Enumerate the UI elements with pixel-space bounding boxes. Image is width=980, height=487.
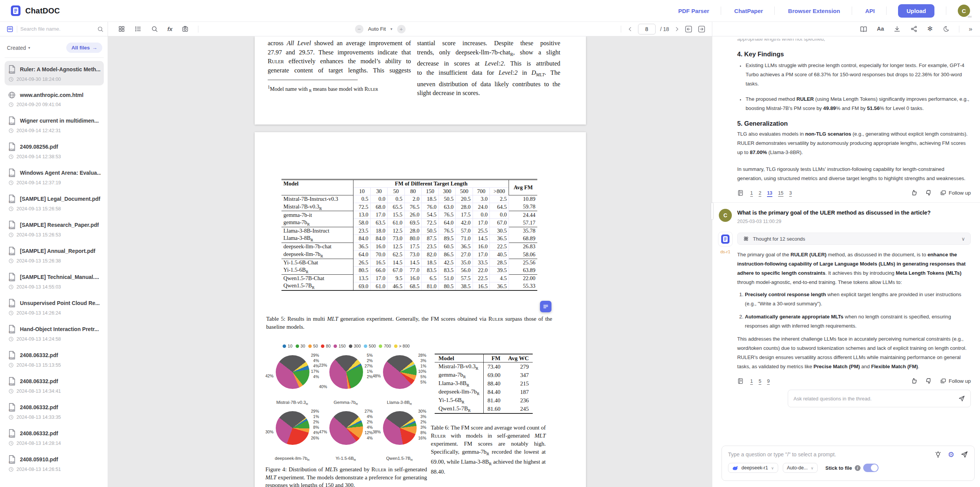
collapse-panel-icon[interactable]: » — [969, 26, 972, 32]
upload-button[interactable]: Upload — [898, 4, 934, 18]
nav-link[interactable]: API — [854, 8, 886, 14]
pie-chart: 30% 29%1%2%8%4%26% deepseek-llm-7bR — [265, 407, 319, 462]
list-item[interactable]: PDF 2408.06332.pdf 2024-08-13 14:28:14 — [5, 425, 104, 449]
list-item[interactable]: PDF 2408.05910.pdf 2024-08-13 14:26:51 — [5, 451, 104, 476]
zoom-out-button[interactable]: − — [355, 25, 363, 33]
fit-mode-label[interactable]: Auto Fit — [368, 26, 386, 32]
send-icon[interactable] — [958, 395, 965, 402]
page-citation[interactable]: 3 — [789, 190, 792, 196]
list-item[interactable]: PDF 2408.06332.pdf 2024-08-13 14:34:41 — [5, 373, 104, 397]
list-item[interactable]: PDF Wigner current in multidimen... 2024… — [5, 112, 104, 137]
list-item[interactable]: PDF [SAMPLE] Legal_Document.pdf 2024-09-… — [5, 190, 104, 215]
history-back-icon[interactable] — [684, 25, 693, 33]
gear-icon[interactable]: ⚙ — [948, 451, 954, 458]
formula-icon[interactable]: fx — [167, 26, 172, 32]
zoom-in-button[interactable]: + — [397, 25, 406, 33]
summary-book-icon[interactable] — [860, 25, 867, 33]
pie-label: 12% — [365, 430, 373, 435]
download-icon[interactable] — [893, 25, 901, 33]
all-files-button[interactable]: All files→ — [66, 43, 102, 53]
panel-resize-handle[interactable] — [711, 202, 713, 220]
nav-link[interactable]: ChatPaper — [723, 8, 774, 14]
openai-icon[interactable]: ✻ — [927, 26, 933, 32]
question-input[interactable] — [728, 451, 928, 457]
file-date: 2024-09-20 09:41:04 — [16, 102, 61, 107]
svg-text:PDF: PDF — [9, 148, 15, 151]
page-citation[interactable]: 9 — [767, 379, 770, 384]
list-item[interactable]: PDF Unsupervised Point Cloud Re... 2024-… — [5, 295, 104, 319]
thumbs-up-icon[interactable] — [911, 189, 918, 196]
page-citation[interactable]: 1 — [750, 379, 753, 384]
prev-page-icon[interactable] — [627, 26, 633, 32]
list-item[interactable]: PDF [SAMPLE] Annual_Report.pdf 2024-09-1… — [5, 243, 104, 267]
search-icon[interactable] — [97, 26, 104, 33]
model-select[interactable]: deepseek-r1 ∨ — [728, 463, 778, 473]
search-doc-icon[interactable] — [151, 25, 158, 33]
thread-input[interactable] — [793, 396, 954, 402]
sort-created-dropdown[interactable]: Created▾ — [7, 45, 30, 51]
chevron-down-icon[interactable]: ▾ — [391, 27, 393, 31]
chat-scroll-area[interactable]: appropriate lengths when not specified, … — [712, 36, 980, 440]
history-forward-icon[interactable] — [697, 25, 706, 33]
pie-chart: 23%40% 5%2%27%1%2% Gemma-7bR — [319, 351, 373, 407]
screenshot-icon[interactable] — [182, 25, 189, 33]
question-text: What is the primary goal of the ULER met… — [737, 210, 971, 216]
list-item[interactable]: PDF www.anthropic.com.html 2024-09-20 09… — [5, 87, 104, 111]
outline-list-icon[interactable] — [134, 25, 142, 33]
page-citation[interactable]: 1 — [750, 190, 753, 196]
thumbs-down-icon[interactable] — [925, 189, 932, 196]
legend-dot — [394, 344, 398, 348]
pie-title: Gemma-7bR — [319, 400, 373, 406]
clock-icon — [8, 102, 14, 107]
legend-dot — [334, 344, 337, 348]
list-item[interactable]: PDF Windows Agent Arena: Evalua... 2024-… — [5, 164, 104, 189]
list-item[interactable]: PDF 2408.06332.pdf 2024-08-13 15:13:55 — [5, 347, 104, 371]
page-citation[interactable]: 5 — [759, 379, 761, 384]
list-item[interactable]: PDF Hand-Object Interaction Pretr... 202… — [5, 321, 104, 345]
pie-label: 27% — [365, 364, 373, 368]
chatdoc-logo[interactable]: ChatDOC — [10, 5, 60, 16]
language-detect-select[interactable]: Auto-de... ∨ — [783, 463, 818, 473]
chatdoc-select-widget[interactable] — [540, 301, 551, 312]
deepseek-whale-icon — [732, 466, 738, 471]
file-name: 2408.06332.pdf — [20, 430, 58, 436]
chat-panel: appropriate lengths when not specified, … — [712, 36, 980, 487]
next-page-icon[interactable] — [674, 26, 680, 32]
stick-to-file-toggle[interactable] — [863, 464, 879, 472]
nav-link[interactable]: PDF Parser — [667, 8, 721, 14]
pie-label: 4% — [365, 436, 373, 440]
pie-label: 10% — [418, 369, 426, 374]
nav-link[interactable]: Browser Extension — [777, 8, 852, 14]
assistant-answer: ds-r1 Thought for 12 seconds ∨ The prima… — [737, 233, 971, 407]
table-5-caption: Table 5: Results in multi MLT generation… — [266, 315, 552, 331]
page-citation[interactable]: 15 — [778, 190, 784, 196]
page-citation[interactable]: 2 — [759, 190, 761, 196]
archive-icon[interactable] — [6, 25, 14, 33]
file-date: 2024-09-30 18:24:00 — [16, 77, 61, 82]
prompt-idea-icon[interactable] — [934, 451, 942, 458]
thumbnail-grid-icon[interactable] — [118, 25, 125, 33]
user-avatar[interactable]: C — [958, 5, 970, 17]
pdf-file-icon: PDF — [8, 298, 16, 308]
font-size-icon[interactable]: Aa — [877, 26, 884, 32]
list-item[interactable]: PDF [SAMPLE] Research_Paper.pdf 2024-09-… — [5, 216, 104, 241]
table-6: Model FM Avg WC Mistral-7B-v0.3R 73.40 2… — [431, 354, 546, 476]
thumbs-up-icon[interactable] — [911, 377, 918, 384]
share-icon[interactable] — [910, 25, 918, 33]
send-icon[interactable] — [960, 451, 968, 458]
chevron-down-icon: ∨ — [811, 466, 813, 470]
page-citation[interactable]: 13 — [767, 190, 772, 196]
list-item[interactable]: PDF 2409.08256.pdf 2024-09-14 12:38:53 — [5, 138, 104, 163]
search-input[interactable] — [20, 26, 94, 32]
pdf-viewer[interactable]: across All Level showed an average impro… — [108, 36, 712, 487]
thumbs-down-icon[interactable] — [925, 377, 932, 384]
follow-up-button[interactable]: Follow up — [940, 378, 971, 384]
list-item[interactable]: PDF Ruler: A Model-Agnostic Meth... 2024… — [5, 61, 104, 85]
list-item[interactable]: PDF 2408.06332.pdf 2024-08-13 14:33:35 — [5, 399, 104, 423]
pie-chart: 38% 30%3%2%3%8%16% Qwen1.5-7BR — [373, 407, 426, 462]
dark-mode-moon-icon[interactable] — [942, 26, 949, 33]
thought-toggle[interactable]: Thought for 12 seconds ∨ — [737, 233, 971, 245]
follow-up-button[interactable]: Follow up — [940, 190, 971, 196]
page-number-input[interactable] — [638, 24, 656, 34]
list-item[interactable]: PDF [SAMPLE] Technical_Manual.... 2024-0… — [5, 269, 104, 293]
